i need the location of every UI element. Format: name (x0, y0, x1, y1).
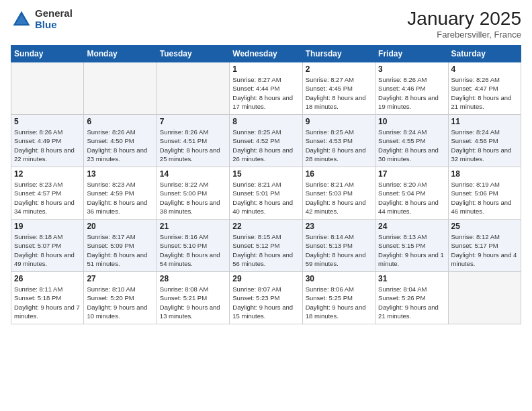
day-info: Sunrise: 8:14 AMSunset: 5:13 PMDaylight:… (306, 232, 372, 268)
daylight-text: Daylight: 8 hours and 44 minutes. (378, 199, 439, 215)
page: General Blue January 2025 Farebersviller… (0, 0, 532, 411)
day-info: Sunrise: 8:13 AMSunset: 5:15 PMDaylight:… (378, 232, 445, 268)
daylight-text: Daylight: 8 hours and 28 minutes. (306, 146, 366, 163)
sunset-text: Sunset: 5:26 PM (378, 294, 425, 302)
sunset-text: Sunset: 5:12 PM (232, 242, 279, 249)
sunset-text: Sunset: 4:44 PM (232, 85, 279, 92)
daylight-text: Daylight: 8 hours and 21 minutes. (451, 94, 512, 110)
daylight-text: Daylight: 8 hours and 49 minutes. (14, 251, 75, 267)
header: General Blue January 2025 Farebersviller… (11, 8, 521, 40)
sunset-text: Sunset: 4:57 PM (14, 189, 61, 197)
day-info: Sunrise: 8:18 AMSunset: 5:07 PMDaylight:… (14, 232, 81, 268)
day-info: Sunrise: 8:17 AMSunset: 5:09 PMDaylight:… (87, 232, 153, 268)
logo-icon (11, 9, 32, 30)
day-number: 6 (87, 117, 153, 126)
daylight-text: Daylight: 9 hours and 13 minutes. (160, 304, 220, 320)
daylight-text: Daylight: 8 hours and 40 minutes. (232, 199, 293, 215)
calendar-week-4: 19Sunrise: 8:18 AMSunset: 5:07 PMDayligh… (11, 220, 521, 272)
table-cell: 24Sunrise: 8:13 AMSunset: 5:15 PMDayligh… (375, 220, 448, 272)
sunrise-text: Sunrise: 8:04 AM (378, 285, 427, 293)
daylight-text: Daylight: 8 hours and 32 minutes. (451, 146, 512, 163)
day-info: Sunrise: 8:07 AMSunset: 5:23 PMDaylight:… (232, 285, 299, 320)
sunrise-text: Sunrise: 8:07 AM (232, 285, 281, 293)
sunset-text: Sunset: 5:25 PM (306, 294, 353, 302)
daylight-text: Daylight: 8 hours and 30 minutes. (378, 146, 439, 163)
sunrise-text: Sunrise: 8:15 AM (232, 233, 281, 240)
sunset-text: Sunset: 4:53 PM (306, 137, 353, 144)
calendar-table: Sunday Monday Tuesday Wednesday Thursday… (11, 45, 521, 324)
table-cell: 13Sunrise: 8:23 AMSunset: 4:59 PMDayligh… (84, 167, 157, 220)
table-cell: 5Sunrise: 8:26 AMSunset: 4:49 PMDaylight… (11, 115, 84, 167)
sunrise-text: Sunrise: 8:26 AM (451, 76, 500, 83)
table-cell: 3Sunrise: 8:26 AMSunset: 4:46 PMDaylight… (375, 62, 448, 115)
sunrise-text: Sunrise: 8:23 AM (87, 181, 135, 188)
sunrise-text: Sunrise: 8:19 AM (451, 181, 500, 188)
col-sunday: Sunday (11, 46, 84, 62)
sunrise-text: Sunrise: 8:11 AM (14, 285, 62, 293)
day-info: Sunrise: 8:20 AMSunset: 5:04 PMDaylight:… (378, 180, 445, 216)
day-info: Sunrise: 8:26 AMSunset: 4:46 PMDaylight:… (378, 75, 445, 111)
sunset-text: Sunset: 5:21 PM (160, 294, 207, 302)
daylight-text: Daylight: 8 hours and 38 minutes. (160, 199, 220, 215)
day-number: 16 (306, 169, 372, 179)
day-number: 13 (87, 169, 153, 179)
day-info: Sunrise: 8:16 AMSunset: 5:10 PMDaylight:… (160, 232, 226, 268)
sunrise-text: Sunrise: 8:22 AM (160, 181, 208, 188)
day-info: Sunrise: 8:26 AMSunset: 4:47 PMDaylight:… (451, 75, 518, 111)
daylight-text: Daylight: 8 hours and 59 minutes. (306, 251, 366, 267)
table-cell: 12Sunrise: 8:23 AMSunset: 4:57 PMDayligh… (11, 167, 84, 220)
sunset-text: Sunset: 5:23 PM (232, 294, 279, 302)
table-cell: 16Sunrise: 8:21 AMSunset: 5:03 PMDayligh… (302, 167, 375, 220)
table-cell: 10Sunrise: 8:24 AMSunset: 4:55 PMDayligh… (375, 115, 448, 167)
col-friday: Friday (375, 46, 448, 62)
day-info: Sunrise: 8:04 AMSunset: 5:26 PMDaylight:… (378, 285, 445, 320)
sunset-text: Sunset: 5:06 PM (451, 189, 498, 197)
day-info: Sunrise: 8:24 AMSunset: 4:55 PMDaylight:… (378, 128, 445, 163)
day-number: 24 (378, 222, 445, 231)
table-cell: 6Sunrise: 8:26 AMSunset: 4:50 PMDaylight… (84, 115, 157, 167)
calendar-week-3: 12Sunrise: 8:23 AMSunset: 4:57 PMDayligh… (11, 167, 521, 220)
sunset-text: Sunset: 5:00 PM (160, 189, 207, 197)
sunrise-text: Sunrise: 8:21 AM (232, 181, 281, 188)
day-info: Sunrise: 8:23 AMSunset: 4:57 PMDaylight:… (14, 180, 81, 216)
day-number: 18 (451, 169, 518, 179)
col-tuesday: Tuesday (157, 46, 229, 62)
sunrise-text: Sunrise: 8:08 AM (160, 285, 208, 293)
daylight-text: Daylight: 8 hours and 42 minutes. (306, 199, 366, 215)
day-number: 20 (87, 222, 153, 231)
sunrise-text: Sunrise: 8:24 AM (378, 128, 427, 136)
table-cell: 15Sunrise: 8:21 AMSunset: 5:01 PMDayligh… (230, 167, 302, 220)
sunrise-text: Sunrise: 8:26 AM (14, 128, 62, 136)
table-cell: 17Sunrise: 8:20 AMSunset: 5:04 PMDayligh… (375, 167, 448, 220)
daylight-text: Daylight: 8 hours and 54 minutes. (160, 251, 220, 267)
day-number: 5 (14, 117, 81, 126)
sunrise-text: Sunrise: 8:12 AM (451, 233, 500, 240)
daylight-text: Daylight: 8 hours and 19 minutes. (378, 94, 439, 110)
day-info: Sunrise: 8:25 AMSunset: 4:52 PMDaylight:… (232, 128, 299, 163)
sunset-text: Sunset: 4:55 PM (378, 137, 425, 144)
day-number: 10 (378, 117, 445, 126)
day-number: 27 (87, 274, 153, 283)
sunset-text: Sunset: 4:45 PM (306, 85, 353, 92)
daylight-text: Daylight: 9 hours and 10 minutes. (87, 304, 147, 320)
day-info: Sunrise: 8:21 AMSunset: 5:01 PMDaylight:… (232, 180, 299, 216)
sunset-text: Sunset: 4:47 PM (451, 85, 498, 92)
sunset-text: Sunset: 4:51 PM (160, 137, 207, 144)
day-number: 21 (160, 222, 226, 231)
daylight-text: Daylight: 8 hours and 25 minutes. (160, 146, 220, 163)
calendar-week-5: 26Sunrise: 8:11 AMSunset: 5:18 PMDayligh… (11, 272, 521, 324)
table-cell: 4Sunrise: 8:26 AMSunset: 4:47 PMDaylight… (448, 62, 521, 115)
daylight-text: Daylight: 8 hours and 18 minutes. (306, 94, 366, 110)
table-cell: 7Sunrise: 8:26 AMSunset: 4:51 PMDaylight… (157, 115, 229, 167)
daylight-text: Daylight: 8 hours and 23 minutes. (87, 146, 147, 163)
table-cell: 30Sunrise: 8:06 AMSunset: 5:25 PMDayligh… (302, 272, 375, 324)
table-cell: 2Sunrise: 8:27 AMSunset: 4:45 PMDaylight… (302, 62, 375, 115)
daylight-text: Daylight: 8 hours and 56 minutes. (232, 251, 293, 267)
sunset-text: Sunset: 5:04 PM (378, 189, 425, 197)
sunrise-text: Sunrise: 8:21 AM (306, 181, 354, 188)
day-info: Sunrise: 8:27 AMSunset: 4:45 PMDaylight:… (306, 75, 372, 111)
day-info: Sunrise: 8:22 AMSunset: 5:00 PMDaylight:… (160, 180, 226, 216)
daylight-text: Daylight: 9 hours and 21 minutes. (378, 304, 439, 320)
table-cell: 18Sunrise: 8:19 AMSunset: 5:06 PMDayligh… (448, 167, 521, 220)
day-number: 29 (232, 274, 299, 283)
